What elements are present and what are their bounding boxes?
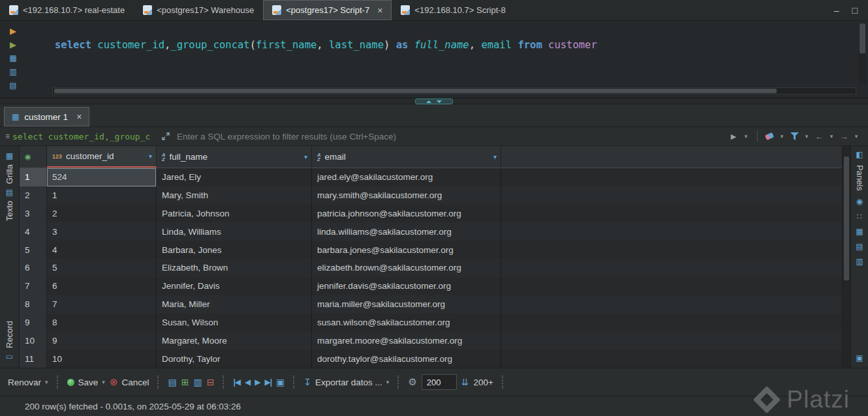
tab-warehouse[interactable]: <postgres17> Warehouse [134,0,263,20]
cell-full-name[interactable]: Elizabeth, Brown [157,259,312,277]
maximize-icon[interactable]: □ [852,5,858,16]
tab-script-8[interactable]: <192.168.10.7> Script-8 [392,0,515,20]
row-number[interactable]: 4 [20,222,47,241]
cell-full-name[interactable]: Maria, Miller [157,295,312,314]
cell-full-name[interactable]: Barbara, Jones [157,241,312,259]
close-icon[interactable]: × [76,112,82,121]
save-button[interactable]: Save ▾ [67,378,105,387]
cell-filler[interactable] [501,259,842,277]
cell-full-name[interactable]: Mary, Smith [157,186,312,205]
export-button[interactable]: ↧ Exportar datos ... ▾ [303,377,389,387]
maximize-panel-icon[interactable]: ▣ [856,353,863,363]
row-number[interactable]: 11 [20,349,47,368]
row-number[interactable]: 5 [20,241,47,259]
text-view-icon[interactable]: ▤ [6,188,13,197]
fetch-size-input[interactable] [422,374,457,390]
cell-email[interactable]: maria.miller@sakilacustomer.org [312,295,501,314]
sql-code-line[interactable]: select customer_id,_group_concat(first_n… [55,39,597,51]
results-tab-customer[interactable]: ▦ customer 1 × [4,107,89,126]
column-dropdown-icon[interactable]: ▾ [304,153,307,160]
editor-results-splitter[interactable] [0,98,868,104]
next-page-icon[interactable]: ▶ [255,378,260,387]
scrollbar-thumb[interactable] [860,23,865,53]
cell-filler[interactable] [501,241,842,259]
apply-filter-icon[interactable]: ▶ [728,132,739,141]
cell-filler[interactable] [501,295,842,314]
cell-email[interactable]: patricia.johnson@sakilacustomer.org [312,205,501,223]
fetch-page-icon[interactable]: ▣ [276,377,285,387]
cell-customer-id[interactable]: 524 [47,168,157,186]
gear-icon[interactable]: ⚙ [408,376,416,388]
chevron-down-icon[interactable]: ▾ [102,379,105,385]
history-forward-icon[interactable]: → [839,132,849,141]
cell-customer-id[interactable]: 4 [47,241,157,259]
script-tool-icon[interactable]: ▥ [9,67,16,77]
cell-filler[interactable] [501,222,842,241]
cell-email[interactable]: jennifer.davis@sakilacustomer.org [312,277,501,295]
cell-full-name[interactable]: Dorothy, Taylor [157,349,312,368]
side-tab-grid[interactable]: Grilla [5,164,14,184]
script-tool-icon[interactable]: ▦ [9,53,16,63]
column-header-full-name[interactable]: AZ full_name ▾ [157,146,312,168]
scrollbar-thumb[interactable] [54,89,777,93]
script-tool-icon[interactable]: ▤ [9,81,16,91]
clear-filter-icon[interactable] [764,134,775,139]
close-icon[interactable]: × [377,6,382,15]
cell-customer-id[interactable]: 9 [47,331,157,349]
history-back-icon[interactable]: ← [814,132,824,141]
cell-full-name[interactable]: Linda, Williams [157,222,312,241]
cell-filler[interactable] [501,168,842,186]
chevron-down-icon[interactable]: ▾ [801,133,812,140]
cell-email[interactable]: jared.ely@sakilacustomer.org [312,168,501,186]
cell-filler[interactable] [501,277,842,295]
scrollbar-thumb[interactable] [844,156,849,280]
tab-real-estate[interactable]: <192.168.10.7> real-estate [0,0,134,20]
chevron-down-icon[interactable]: ▾ [851,133,861,140]
duplicate-row-icon[interactable]: ▥ [193,377,202,387]
cell-email[interactable]: elizabeth.brown@sakilacustomer.org [312,259,501,277]
refresh-button[interactable]: Renovar ▾ [8,378,48,387]
fetch-next-segment-icon[interactable]: ⇊ [461,377,469,387]
cell-customer-id[interactable]: 2 [47,205,157,223]
cell-filler[interactable] [501,349,842,368]
panels-label[interactable]: Panels [855,165,865,191]
column-dropdown-icon[interactable]: ▾ [493,153,497,160]
add-row-icon[interactable]: ⊞ [181,377,189,387]
fetch-more-button[interactable]: 200+ [474,378,493,387]
row-number[interactable]: 2 [20,186,47,205]
splitter-handle-icon[interactable] [415,98,453,104]
cell-customer-id[interactable]: 6 [47,277,157,295]
row-number[interactable]: 9 [20,314,47,332]
cell-email[interactable]: dorothy.taylor@sakilacustomer.org [312,349,501,368]
query-preview[interactable]: select customer_id,_group_c [12,132,160,141]
filter-funnel-icon[interactable] [789,132,799,140]
cell-full-name[interactable]: Jennifer, Davis [157,277,312,295]
execute-script-icon[interactable]: ▶ [10,40,16,50]
cancel-button[interactable]: ⊗ Cancel [110,376,149,388]
grid-view-icon[interactable]: ▦ [6,151,13,160]
chevron-down-icon[interactable]: ▾ [386,379,390,385]
cell-customer-id[interactable]: 3 [47,222,157,241]
tab-script-7-active[interactable]: <postgres17> Script-7 × [263,0,392,20]
cell-filler[interactable] [501,314,842,332]
metadata-panel-icon[interactable]: ∷ [857,212,863,221]
cell-filler[interactable] [501,186,842,205]
edit-cell-icon[interactable]: ▤ [168,377,176,387]
minimize-icon[interactable]: – [834,5,839,16]
row-number[interactable]: 8 [20,295,47,314]
cell-customer-id[interactable]: 1 [47,186,157,205]
row-number[interactable]: 10 [20,331,47,349]
cell-email[interactable]: barbara.jones@sakilacustomer.org [312,241,501,259]
column-header-email[interactable]: AZ email ▾ [312,146,501,168]
cell-filler[interactable] [501,205,842,223]
previous-page-icon[interactable]: ◀ [245,378,250,387]
chevron-down-icon[interactable]: ▾ [826,133,837,140]
cell-customer-id[interactable]: 10 [47,349,157,368]
row-number[interactable]: 3 [20,205,47,223]
cell-customer-id[interactable]: 8 [47,314,157,332]
chevron-down-icon[interactable]: ▾ [45,379,48,385]
calc-panel-icon[interactable]: ▥ [856,257,863,266]
row-number[interactable]: 6 [20,259,47,277]
row-number[interactable]: 1 [20,168,47,186]
cell-full-name[interactable]: Susan, Wilson [157,314,312,332]
